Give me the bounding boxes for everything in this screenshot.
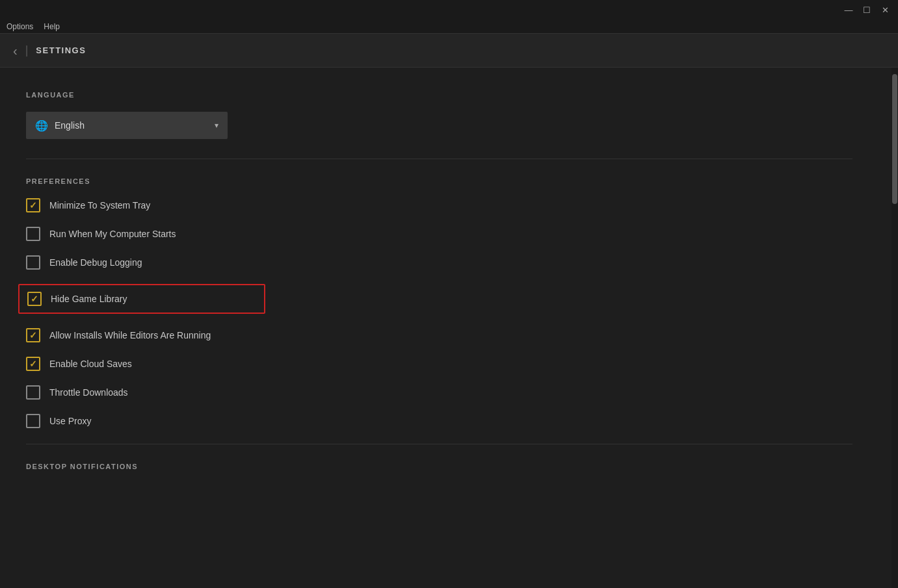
settings-panel: LANGUAGE 🌐 English ▾ PREFERENCES Minimiz… [0,68,891,588]
content-area: LANGUAGE 🌐 English ▾ PREFERENCES Minimiz… [0,68,898,588]
scrollbar-track [891,68,898,588]
language-section-title: LANGUAGE [26,91,865,99]
divider-language-preferences [26,159,852,159]
checkbox-debug-logging[interactable] [26,255,40,270]
divider-preferences-notifications [26,444,852,444]
maximize-button[interactable]: ☐ [860,3,873,16]
label-throttle-downloads: Throttle Downloads [49,387,128,398]
title-bar: — ☐ ✕ [0,0,898,19]
nav-bar: ‹ | SETTINGS [0,34,898,68]
checkbox-run-on-start[interactable] [26,227,40,241]
menu-bar: Options Help [0,19,898,34]
label-allow-installs: Allow Installs While Editors Are Running [49,330,211,340]
language-value: English [55,120,208,131]
chevron-down-icon: ▾ [215,121,218,130]
checkbox-use-proxy[interactable] [26,414,40,428]
label-debug-logging: Enable Debug Logging [49,257,142,268]
label-minimize-tray: Minimize To System Tray [49,200,150,211]
menu-help[interactable]: Help [44,22,60,31]
minimize-button[interactable]: — [842,3,855,16]
checkbox-item-use-proxy[interactable]: Use Proxy [26,414,865,428]
label-run-on-start: Run When My Computer Starts [49,229,176,239]
scrollbar-thumb[interactable] [892,74,897,204]
close-button[interactable]: ✕ [878,3,891,16]
page-title: SETTINGS [36,45,86,55]
checkbox-allow-installs[interactable] [26,328,40,342]
checkbox-item-debug-logging[interactable]: Enable Debug Logging [26,255,865,270]
desktop-notifications-section-title: DESKTOP NOTIFICATIONS [26,463,865,470]
checkbox-item-cloud-saves[interactable]: Enable Cloud Saves [26,357,865,371]
label-hide-game-library: Hide Game Library [51,294,127,304]
preferences-section-title: PREFERENCES [26,177,865,185]
globe-icon: 🌐 [35,120,48,132]
checkbox-cloud-saves[interactable] [26,357,40,371]
nav-divider: | [25,44,29,57]
checkbox-item-throttle-downloads[interactable]: Throttle Downloads [26,385,865,400]
language-dropdown[interactable]: 🌐 English ▾ [26,112,228,139]
menu-options[interactable]: Options [7,22,33,31]
app-window: ‹ | SETTINGS LANGUAGE 🌐 English ▾ PREFER… [0,34,898,588]
checkbox-hide-game-library[interactable] [27,292,42,306]
checkbox-item-minimize-tray[interactable]: Minimize To System Tray [26,198,865,212]
checkbox-item-hide-game-library[interactable]: Hide Game Library [18,284,265,314]
checkbox-item-run-on-start[interactable]: Run When My Computer Starts [26,227,865,241]
label-cloud-saves: Enable Cloud Saves [49,359,132,369]
checkbox-throttle-downloads[interactable] [26,385,40,400]
label-use-proxy: Use Proxy [49,416,92,426]
checkbox-item-allow-installs[interactable]: Allow Installs While Editors Are Running [26,328,865,342]
back-button[interactable]: ‹ [13,44,18,57]
checkbox-minimize-tray[interactable] [26,198,40,212]
